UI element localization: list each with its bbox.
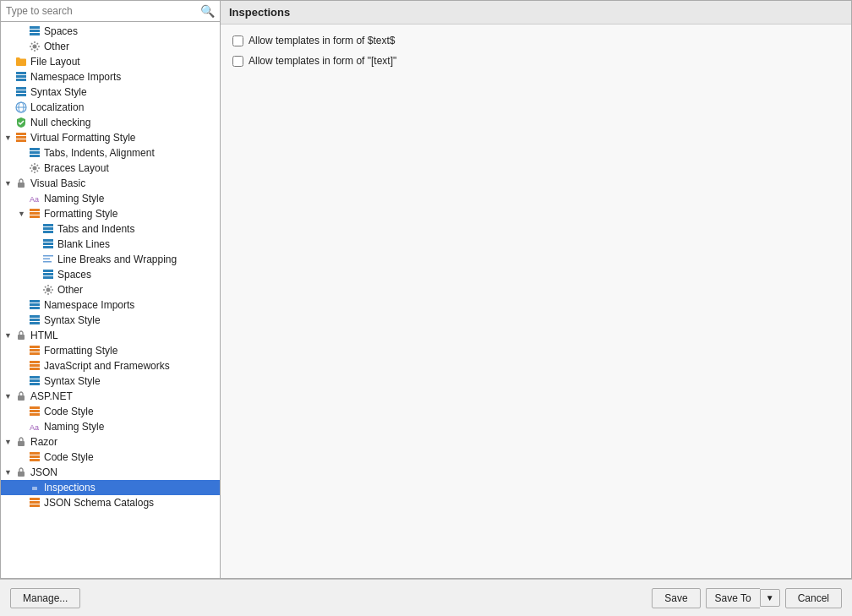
tree-item-tabs-indents-alignment[interactable]: Tabs, Indents, Alignment [1,145,220,161]
tree-item-namespace-imports1[interactable]: Namespace Imports [1,69,220,84]
tree-label-null-checking: Null checking [30,117,90,128]
tree-item-other-vb[interactable]: Other [1,282,220,297]
tree-item-razor[interactable]: Razor [1,434,220,450]
tree-label-namespace-imports-vb: Namespace Imports [44,299,134,311]
manage-button[interactable]: Manage... [10,588,80,608]
bottom-left: Manage... [10,588,80,608]
svg-point-19 [33,166,37,171]
bottom-bar: Manage... Save Save To ▼ Cancel [0,579,852,616]
svg-rect-46 [30,349,40,352]
tree-label-braces-layout: Braces Layout [44,162,109,174]
tree-item-syntax-style1[interactable]: Syntax Style [1,84,220,100]
bottom-right: Save Save To ▼ Cancel [652,588,842,608]
svg-rect-14 [16,136,26,139]
right-content: Allow templates in form of $text$Allow t… [221,25,851,578]
tree-item-null-checking[interactable]: Null checking [1,115,220,130]
tree-label-namespace-imports1: Namespace Imports [30,71,121,83]
svg-rect-1 [30,30,40,32]
svg-rect-49 [30,364,40,367]
save-to-dropdown-arrow[interactable]: ▼ [760,589,780,607]
save-button[interactable]: Save [652,588,700,608]
checkbox-row-allow-templates-bracket: Allow templates in form of "[text]" [232,55,839,67]
tree-label-syntax-style-html: Syntax Style [44,375,101,387]
tree-item-formatting-style-html[interactable]: Formatting Style [1,343,220,358]
svg-rect-44 [18,335,25,340]
right-panel-title: Inspections [221,1,851,25]
svg-rect-34 [43,270,53,272]
svg-rect-53 [30,383,40,385]
search-box: 🔍 [1,1,220,22]
table-icon [28,374,41,388]
svg-rect-63 [18,472,25,477]
tree-item-spaces-vb[interactable]: Spaces [1,267,220,282]
tree-arrow-razor [4,438,14,446]
tree-item-braces-layout[interactable]: Braces Layout [1,161,220,176]
tree-label-inspections: Inspections [44,482,96,493]
svg-rect-52 [30,379,40,382]
tree-item-inspections[interactable]: Inspections [1,480,220,495]
tree-item-code-style-razor[interactable]: Code Style [1,450,220,465]
svg-rect-48 [30,361,40,363]
tree-label-formatting-style-vb: Formatting Style [44,208,117,220]
tree-item-json-schema-catalogs[interactable]: JSON Schema Catalogs [1,495,220,510]
svg-rect-35 [43,273,53,275]
tree-item-localization[interactable]: Localization [1,100,220,115]
tree-item-code-style-aspnet[interactable]: Code Style [1,404,220,419]
tree-item-syntax-style-html[interactable]: Syntax Style [1,373,220,389]
tree-item-visual-basic[interactable]: Visual Basic [1,176,220,191]
tree-item-line-breaks-wrapping[interactable]: Line Breaks and Wrapping [1,252,220,267]
gear-icon [41,283,55,297]
svg-rect-26 [43,227,53,230]
tree-item-syntax-style-vb[interactable]: Syntax Style [1,313,220,328]
main-container: 🔍 SpacesOtherFile LayoutNamespace Import… [0,0,852,579]
tree-item-aspnet[interactable]: ASP.NET [1,389,220,404]
tree-item-javascript-frameworks[interactable]: JavaScript and Frameworks [1,358,220,373]
checkbox-allow-templates-text[interactable] [232,35,243,46]
svg-rect-50 [30,368,40,370]
svg-rect-66 [30,501,40,504]
svg-rect-13 [16,133,26,135]
search-input[interactable] [6,5,200,17]
svg-rect-6 [16,79,26,81]
tree-label-localization: Localization [30,101,84,113]
cancel-button[interactable]: Cancel [785,588,842,608]
tree-item-naming-style-aspnet[interactable]: AaNaming Style [1,419,220,434]
table-icon [28,146,41,160]
table-icon [28,25,41,38]
lock-icon [14,390,28,403]
tree-label-tabs-indents-alignment: Tabs, Indents, Alignment [44,147,155,159]
svg-rect-28 [43,239,53,242]
svg-rect-7 [16,87,26,90]
tree-item-blank-lines-vb[interactable]: Blank Lines [1,237,220,252]
svg-rect-40 [30,307,40,309]
tree-item-namespace-imports-vb[interactable]: Namespace Imports [1,297,220,313]
table-icon [41,237,55,251]
table-icon [28,344,41,357]
tree-label-javascript-frameworks: JavaScript and Frameworks [44,360,170,372]
tree-item-file-layout[interactable]: File Layout [1,54,220,69]
table-icon [28,313,41,327]
tree-item-json[interactable]: JSON [1,465,220,480]
tree-item-other1[interactable]: Other [1,39,220,54]
tree-container: SpacesOtherFile LayoutNamespace ImportsS… [1,22,220,578]
tree-item-formatting-style-vb[interactable]: Formatting Style [1,206,220,221]
table-icon [41,222,55,236]
save-to-button[interactable]: Save To [706,588,760,608]
checkbox-label-allow-templates-text: Allow templates in form of $text$ [248,35,395,46]
checkbox-allow-templates-bracket[interactable] [232,56,243,67]
svg-rect-60 [30,452,40,455]
svg-rect-57 [30,413,40,416]
tree-item-tabs-and-indents-vb[interactable]: Tabs and Indents [1,221,220,237]
svg-rect-38 [30,300,40,303]
tree-item-html[interactable]: HTML [1,328,220,343]
tree-label-naming-style1: Naming Style [44,193,104,204]
right-panel: Inspections Allow templates in form of $… [221,1,851,578]
tree-label-code-style-aspnet: Code Style [44,406,94,417]
tree-item-virtual-formatting-style[interactable]: Virtual Formatting Style [1,130,220,145]
tree-label-naming-style-aspnet: Naming Style [44,421,104,433]
svg-rect-42 [30,319,40,321]
table-icon [28,207,41,221]
tree-label-syntax-style1: Syntax Style [30,86,87,98]
tree-item-spaces[interactable]: Spaces [1,24,220,39]
tree-item-naming-style1[interactable]: AaNaming Style [1,191,220,206]
